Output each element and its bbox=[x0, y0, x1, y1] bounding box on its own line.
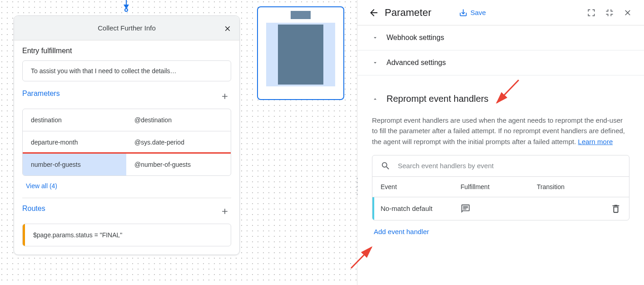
parameter-type: @sys.date-period bbox=[126, 131, 231, 153]
save-label: Save bbox=[471, 9, 486, 16]
parameter-panel: Parameter Save Webhook settings Ad bbox=[357, 0, 644, 285]
reprompt-title: Reprompt event handlers bbox=[386, 94, 489, 104]
parameters-label[interactable]: Parameters bbox=[22, 90, 60, 98]
back-button[interactable] bbox=[365, 4, 383, 22]
fulfillment-cell bbox=[461, 204, 537, 214]
page-card-header: Collect Further Info bbox=[14, 16, 239, 40]
chevron-down-icon bbox=[372, 35, 379, 41]
save-button[interactable]: Save bbox=[459, 8, 486, 17]
parameter-row[interactable]: departure-month @sys.date-period bbox=[23, 131, 231, 153]
panel-resize-handle[interactable] bbox=[355, 177, 359, 195]
th-event: Event bbox=[381, 183, 461, 190]
parameter-name: departure-month bbox=[23, 131, 126, 153]
entry-fulfillment-label: Entry fulfillment bbox=[22, 47, 231, 55]
reprompt-section-header[interactable]: Reprompt event handlers bbox=[357, 94, 644, 107]
next-page-preview[interactable] bbox=[257, 6, 344, 100]
entry-fulfillment-section: Entry fulfillment To assist you with tha… bbox=[14, 40, 239, 81]
search-row bbox=[372, 155, 629, 177]
parameter-row-selected[interactable]: number-of-guests @number-of-guests bbox=[23, 153, 231, 175]
transition-cell bbox=[537, 204, 621, 214]
connector-endpoint-icon bbox=[124, 8, 128, 12]
table-row[interactable]: No-match default bbox=[372, 197, 629, 220]
preview-body-inner bbox=[278, 25, 323, 85]
search-icon bbox=[381, 161, 391, 171]
page-card[interactable]: Collect Further Info Entry fulfillment T… bbox=[14, 15, 240, 255]
panel-body: Webhook settings Advanced settings Repro… bbox=[357, 25, 644, 285]
search-input[interactable] bbox=[398, 162, 621, 170]
route-row[interactable]: $page.params.status = "FINAL" bbox=[22, 224, 231, 246]
parameter-name: number-of-guests bbox=[23, 154, 126, 175]
collapse-icon[interactable] bbox=[600, 4, 619, 22]
add-parameter-button[interactable] bbox=[218, 90, 231, 103]
parameters-section: Parameters destination @destination depa… bbox=[14, 83, 239, 198]
panel-title: Parameter bbox=[385, 7, 431, 19]
routes-label[interactable]: Routes bbox=[22, 205, 45, 213]
advanced-settings-row[interactable]: Advanced settings bbox=[357, 50, 644, 75]
event-handlers-table: Event Fulfillment Transition No-match de… bbox=[372, 155, 629, 220]
table-header-row: Event Fulfillment Transition bbox=[372, 177, 629, 197]
webhook-settings-label: Webhook settings bbox=[386, 34, 444, 42]
parameter-table: destination @destination departure-month… bbox=[22, 109, 231, 176]
routes-section: Routes $page.params.status = "FINAL" bbox=[14, 198, 239, 255]
flow-canvas[interactable]: Collect Further Info Entry fulfillment T… bbox=[0, 0, 357, 285]
expand-icon[interactable] bbox=[582, 4, 600, 22]
parameter-type: @number-of-guests bbox=[126, 154, 231, 175]
page-card-title: Collect Further Info bbox=[98, 24, 156, 32]
entry-fulfillment-text[interactable]: To assist you with that I need to collec… bbox=[22, 60, 231, 81]
reprompt-description: Reprompt event handlers are used when th… bbox=[372, 115, 629, 147]
trash-icon[interactable] bbox=[611, 204, 621, 214]
chevron-up-icon bbox=[372, 96, 379, 102]
add-event-handler-button[interactable]: Add event handler bbox=[372, 220, 629, 243]
webhook-settings-row[interactable]: Webhook settings bbox=[357, 25, 644, 50]
close-icon[interactable] bbox=[221, 22, 234, 35]
parameter-type: @destination bbox=[126, 109, 231, 131]
th-transition: Transition bbox=[537, 183, 621, 190]
preview-header-icon bbox=[291, 11, 311, 19]
route-condition: $page.params.status = "FINAL" bbox=[25, 224, 130, 246]
th-fulfillment: Fulfillment bbox=[461, 183, 537, 190]
add-route-button[interactable] bbox=[218, 205, 231, 218]
reprompt-section-body: Reprompt event handlers are used when th… bbox=[357, 107, 644, 243]
parameter-name: destination bbox=[23, 109, 126, 131]
event-name: No-match default bbox=[381, 205, 461, 212]
chevron-down-icon bbox=[372, 60, 379, 66]
advanced-settings-label: Advanced settings bbox=[386, 59, 446, 67]
learn-more-link[interactable]: Learn more bbox=[578, 138, 613, 145]
view-all-link[interactable]: View all (4) bbox=[22, 176, 231, 196]
preview-body bbox=[266, 23, 335, 86]
chat-icon bbox=[461, 204, 537, 214]
panel-header: Parameter Save bbox=[357, 0, 644, 25]
close-panel-icon[interactable] bbox=[619, 4, 637, 22]
parameter-row[interactable]: destination @destination bbox=[23, 109, 231, 131]
